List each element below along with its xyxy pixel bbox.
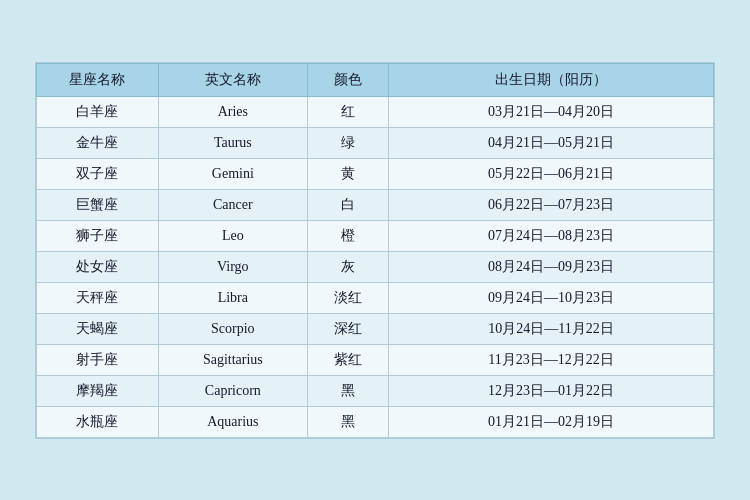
table-body: 白羊座Aries红03月21日—04月20日金牛座Taurus绿04月21日—0… bbox=[37, 96, 714, 437]
table-row: 天秤座Libra淡红09月24日—10月23日 bbox=[37, 282, 714, 313]
cell-color: 灰 bbox=[307, 251, 388, 282]
cell-color: 红 bbox=[307, 96, 388, 127]
table-row: 白羊座Aries红03月21日—04月20日 bbox=[37, 96, 714, 127]
table-row: 金牛座Taurus绿04月21日—05月21日 bbox=[37, 127, 714, 158]
cell-english-name: Gemini bbox=[158, 158, 307, 189]
cell-date: 09月24日—10月23日 bbox=[389, 282, 714, 313]
cell-chinese-name: 金牛座 bbox=[37, 127, 159, 158]
cell-english-name: Taurus bbox=[158, 127, 307, 158]
cell-color: 白 bbox=[307, 189, 388, 220]
cell-chinese-name: 处女座 bbox=[37, 251, 159, 282]
zodiac-table-container: 星座名称 英文名称 颜色 出生日期（阳历） 白羊座Aries红03月21日—04… bbox=[35, 62, 715, 439]
header-english-name: 英文名称 bbox=[158, 63, 307, 96]
cell-english-name: Aquarius bbox=[158, 406, 307, 437]
header-chinese-name: 星座名称 bbox=[37, 63, 159, 96]
cell-date: 10月24日—11月22日 bbox=[389, 313, 714, 344]
cell-color: 深红 bbox=[307, 313, 388, 344]
cell-english-name: Scorpio bbox=[158, 313, 307, 344]
table-row: 巨蟹座Cancer白06月22日—07月23日 bbox=[37, 189, 714, 220]
zodiac-table: 星座名称 英文名称 颜色 出生日期（阳历） 白羊座Aries红03月21日—04… bbox=[36, 63, 714, 438]
cell-date: 08月24日—09月23日 bbox=[389, 251, 714, 282]
cell-english-name: Leo bbox=[158, 220, 307, 251]
header-color: 颜色 bbox=[307, 63, 388, 96]
cell-date: 04月21日—05月21日 bbox=[389, 127, 714, 158]
cell-english-name: Cancer bbox=[158, 189, 307, 220]
table-row: 双子座Gemini黄05月22日—06月21日 bbox=[37, 158, 714, 189]
cell-color: 黑 bbox=[307, 375, 388, 406]
cell-date: 12月23日—01月22日 bbox=[389, 375, 714, 406]
cell-chinese-name: 天秤座 bbox=[37, 282, 159, 313]
cell-english-name: Capricorn bbox=[158, 375, 307, 406]
cell-date: 05月22日—06月21日 bbox=[389, 158, 714, 189]
cell-english-name: Sagittarius bbox=[158, 344, 307, 375]
cell-chinese-name: 巨蟹座 bbox=[37, 189, 159, 220]
cell-date: 03月21日—04月20日 bbox=[389, 96, 714, 127]
table-row: 狮子座Leo橙07月24日—08月23日 bbox=[37, 220, 714, 251]
cell-english-name: Libra bbox=[158, 282, 307, 313]
table-header-row: 星座名称 英文名称 颜色 出生日期（阳历） bbox=[37, 63, 714, 96]
table-row: 处女座Virgo灰08月24日—09月23日 bbox=[37, 251, 714, 282]
cell-color: 绿 bbox=[307, 127, 388, 158]
header-date: 出生日期（阳历） bbox=[389, 63, 714, 96]
cell-chinese-name: 双子座 bbox=[37, 158, 159, 189]
cell-date: 07月24日—08月23日 bbox=[389, 220, 714, 251]
cell-date: 06月22日—07月23日 bbox=[389, 189, 714, 220]
cell-date: 01月21日—02月19日 bbox=[389, 406, 714, 437]
cell-color: 黄 bbox=[307, 158, 388, 189]
cell-chinese-name: 狮子座 bbox=[37, 220, 159, 251]
cell-english-name: Aries bbox=[158, 96, 307, 127]
table-row: 水瓶座Aquarius黑01月21日—02月19日 bbox=[37, 406, 714, 437]
cell-date: 11月23日—12月22日 bbox=[389, 344, 714, 375]
cell-color: 黑 bbox=[307, 406, 388, 437]
cell-chinese-name: 天蝎座 bbox=[37, 313, 159, 344]
table-row: 天蝎座Scorpio深红10月24日—11月22日 bbox=[37, 313, 714, 344]
cell-chinese-name: 白羊座 bbox=[37, 96, 159, 127]
cell-color: 淡红 bbox=[307, 282, 388, 313]
table-row: 摩羯座Capricorn黑12月23日—01月22日 bbox=[37, 375, 714, 406]
cell-chinese-name: 水瓶座 bbox=[37, 406, 159, 437]
cell-chinese-name: 摩羯座 bbox=[37, 375, 159, 406]
cell-english-name: Virgo bbox=[158, 251, 307, 282]
cell-color: 橙 bbox=[307, 220, 388, 251]
cell-color: 紫红 bbox=[307, 344, 388, 375]
table-row: 射手座Sagittarius紫红11月23日—12月22日 bbox=[37, 344, 714, 375]
cell-chinese-name: 射手座 bbox=[37, 344, 159, 375]
